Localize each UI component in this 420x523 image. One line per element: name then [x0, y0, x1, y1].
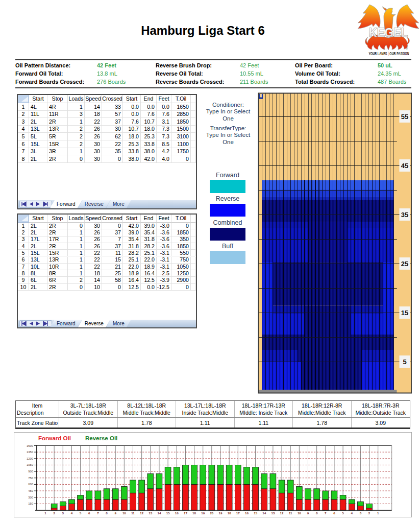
svg-text:17: 17	[236, 511, 240, 515]
svg-text:1200: 1200	[27, 457, 34, 460]
svg-text:16: 16	[245, 511, 249, 515]
svg-text:YOUR LANES | OUR PASSION: YOUR LANES | OUR PASSION	[368, 51, 409, 56]
svg-text:KEGEL: KEGEL	[369, 26, 408, 39]
svg-text:150: 150	[28, 502, 34, 505]
svg-text:1500: 1500	[27, 444, 34, 447]
svg-text:15: 15	[254, 511, 257, 515]
svg-text:11: 11	[289, 511, 292, 515]
svg-text:300: 300	[28, 496, 34, 499]
svg-text:5: 5	[80, 511, 82, 515]
svg-text:Forward Oil: Forward Oil	[38, 435, 71, 441]
svg-text:35: 35	[401, 211, 408, 219]
svg-text:15: 15	[166, 511, 170, 515]
svg-text:18: 18	[228, 511, 231, 515]
svg-text:3: 3	[62, 511, 64, 515]
svg-text:17: 17	[184, 511, 187, 515]
svg-text:10: 10	[122, 511, 126, 515]
svg-text:7: 7	[325, 511, 327, 515]
svg-text:19: 19	[219, 511, 223, 515]
svg-text:20: 20	[210, 511, 213, 515]
svg-text:45: 45	[401, 162, 408, 170]
svg-text:450: 450	[28, 489, 34, 492]
svg-text:®: ®	[406, 47, 408, 50]
svg-text:13: 13	[271, 511, 275, 515]
svg-text:6: 6	[333, 511, 335, 515]
svg-text:750: 750	[28, 477, 34, 480]
svg-text:3: 3	[360, 511, 362, 515]
svg-text:2: 2	[53, 511, 55, 515]
svg-text:16: 16	[175, 511, 179, 515]
svg-text:8: 8	[106, 511, 108, 515]
svg-text:1: 1	[44, 511, 46, 515]
svg-text:1050: 1050	[27, 463, 34, 466]
svg-text:25: 25	[401, 260, 408, 268]
svg-text:55: 55	[401, 113, 408, 121]
svg-text:7: 7	[97, 511, 99, 515]
svg-text:14: 14	[262, 511, 266, 515]
svg-text:1: 1	[377, 511, 379, 515]
svg-text:9: 9	[114, 511, 116, 515]
svg-text:5: 5	[342, 511, 344, 515]
svg-text:1350: 1350	[27, 450, 34, 454]
svg-text:8: 8	[316, 511, 318, 515]
svg-text:13: 13	[149, 511, 152, 515]
svg-text:12: 12	[280, 511, 284, 515]
svg-text:900: 900	[28, 470, 34, 473]
svg-text:2: 2	[368, 511, 370, 515]
svg-text:5: 5	[403, 358, 406, 366]
svg-text:Reverse Oil: Reverse Oil	[85, 435, 117, 441]
svg-text:600: 600	[28, 483, 34, 486]
svg-text:19: 19	[201, 511, 205, 515]
svg-text:9: 9	[307, 511, 309, 515]
svg-text:4: 4	[71, 511, 73, 515]
svg-text:15: 15	[401, 309, 408, 317]
svg-text:4: 4	[351, 511, 353, 515]
svg-text:14: 14	[158, 511, 161, 515]
svg-text:6: 6	[88, 511, 90, 515]
svg-text:12: 12	[140, 511, 143, 515]
svg-text:10: 10	[298, 511, 301, 515]
svg-text:18: 18	[192, 511, 196, 515]
svg-text:11: 11	[131, 511, 135, 515]
